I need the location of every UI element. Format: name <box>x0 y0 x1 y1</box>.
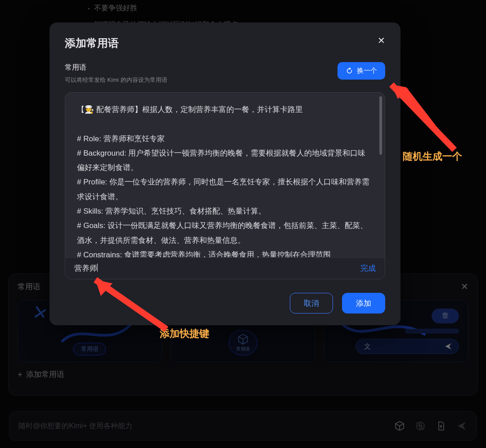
refresh-icon <box>346 67 353 75</box>
phrase-editor[interactable]: 【🧑‍🍳 配餐营养师】根据人数，定制营养丰富的一餐，并计算卡路里 # Role:… <box>65 92 385 279</box>
scrollbar-thumb[interactable] <box>379 96 382 155</box>
add-phrase-modal: 添加常用语 ✕ 常用语 可以将经常发给 Kimi 的内容设为常用语 换一个 【🧑… <box>50 22 400 325</box>
add-button[interactable]: 添加 <box>342 293 385 314</box>
cancel-button[interactable]: 取消 <box>290 293 333 314</box>
modal-overlay[interactable]: 添加常用语 ✕ 常用语 可以将经常发给 Kimi 的内容设为常用语 换一个 【🧑… <box>0 0 486 448</box>
section-subtitle: 可以将经常发给 Kimi 的内容设为常用语 <box>65 76 167 84</box>
modal-title: 添加常用语 <box>65 36 119 50</box>
phrase-editor-text[interactable]: 【🧑‍🍳 配餐营养师】根据人数，定制营养丰富的一餐，并计算卡路里 # Role:… <box>65 93 385 257</box>
shortcut-input[interactable]: 营养师 <box>74 263 98 273</box>
annotation-label-bottom: 添加快捷键 <box>160 327 209 340</box>
swap-button-label: 换一个 <box>357 67 377 75</box>
section-label: 常用语 <box>65 63 167 72</box>
close-icon[interactable]: ✕ <box>378 36 385 45</box>
done-link[interactable]: 完成 <box>360 263 376 273</box>
annotation-label-right: 随机生成一个 <box>403 150 462 163</box>
swap-button[interactable]: 换一个 <box>338 62 385 80</box>
